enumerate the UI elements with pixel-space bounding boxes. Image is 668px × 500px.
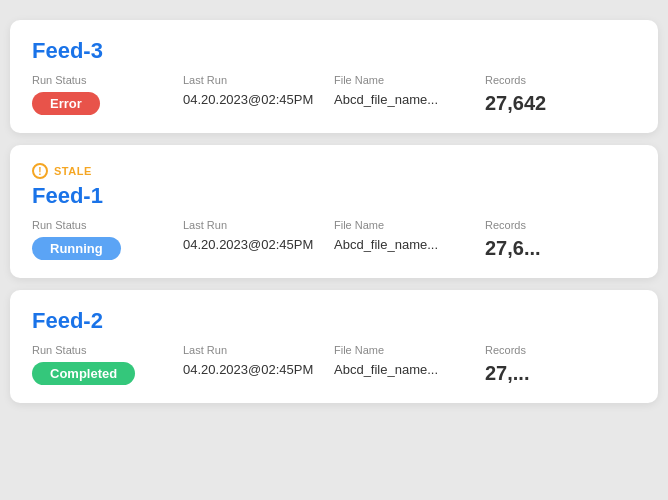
run-status-group: Run Status Error — [32, 74, 183, 115]
feed-title: Feed-3 — [32, 38, 636, 64]
feed-2-card[interactable]: Feed-2 Run Status Completed Last Run 04.… — [10, 290, 658, 403]
feed-3-card[interactable]: Feed-3 Run Status Error Last Run 04.20.2… — [10, 20, 658, 133]
records-group: Records 27,642 — [485, 74, 636, 115]
file-name-value: Abcd_file_name... — [334, 362, 485, 377]
feed-title: Feed-1 — [32, 183, 636, 209]
last-run-label: Last Run — [183, 74, 334, 86]
last-run-group: Last Run 04.20.2023@02:45PM — [183, 344, 334, 377]
feed-meta-row: Run Status Running Last Run 04.20.2023@0… — [32, 219, 636, 260]
file-name-group: File Name Abcd_file_name... — [334, 344, 485, 377]
file-name-value: Abcd_file_name... — [334, 237, 485, 252]
file-name-group: File Name Abcd_file_name... — [334, 74, 485, 107]
file-name-label: File Name — [334, 74, 485, 86]
run-status-label: Run Status — [32, 74, 183, 86]
last-run-group: Last Run 04.20.2023@02:45PM — [183, 219, 334, 252]
records-group: Records 27,... — [485, 344, 636, 385]
last-run-group: Last Run 04.20.2023@02:45PM — [183, 74, 334, 107]
last-run-label: Last Run — [183, 344, 334, 356]
records-value: 27,6... — [485, 237, 636, 260]
records-label: Records — [485, 219, 636, 231]
file-name-group: File Name Abcd_file_name... — [334, 219, 485, 252]
last-run-value: 04.20.2023@02:45PM — [183, 237, 334, 252]
stale-badge-row: STALE — [32, 163, 636, 179]
stale-label: STALE — [54, 165, 92, 177]
run-status-label: Run Status — [32, 344, 183, 356]
file-name-label: File Name — [334, 219, 485, 231]
status-pill: Running — [32, 237, 121, 260]
records-value: 27,... — [485, 362, 636, 385]
feed-1-card[interactable]: STALE Feed-1 Run Status Running Last Run… — [10, 145, 658, 278]
records-value: 27,642 — [485, 92, 636, 115]
feed-title: Feed-2 — [32, 308, 636, 334]
last-run-label: Last Run — [183, 219, 334, 231]
feed-meta-row: Run Status Error Last Run 04.20.2023@02:… — [32, 74, 636, 115]
feed-meta-row: Run Status Completed Last Run 04.20.2023… — [32, 344, 636, 385]
last-run-value: 04.20.2023@02:45PM — [183, 362, 334, 377]
file-name-label: File Name — [334, 344, 485, 356]
run-status-group: Run Status Completed — [32, 344, 183, 385]
records-label: Records — [485, 344, 636, 356]
file-name-value: Abcd_file_name... — [334, 92, 485, 107]
last-run-value: 04.20.2023@02:45PM — [183, 92, 334, 107]
status-pill: Error — [32, 92, 100, 115]
run-status-label: Run Status — [32, 219, 183, 231]
status-pill: Completed — [32, 362, 135, 385]
records-group: Records 27,6... — [485, 219, 636, 260]
stale-icon — [32, 163, 48, 179]
run-status-group: Run Status Running — [32, 219, 183, 260]
records-label: Records — [485, 74, 636, 86]
